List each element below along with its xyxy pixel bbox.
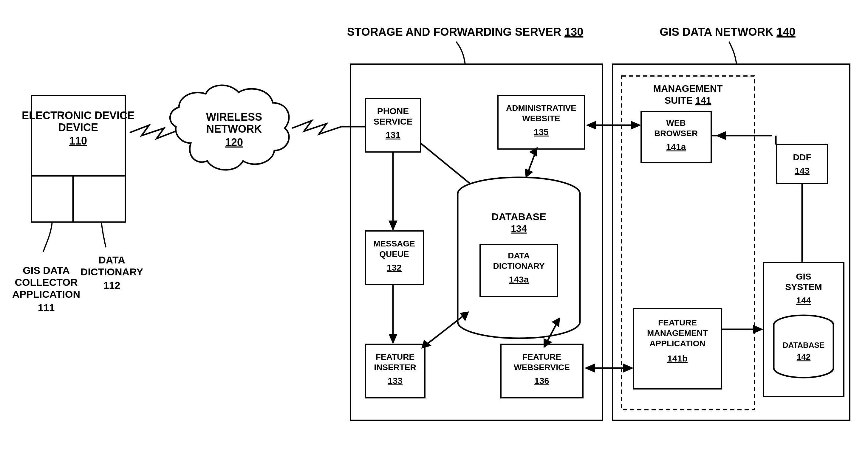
svg-text:QUEUE: QUEUE [379, 250, 409, 259]
svg-text:WEBSERVICE: WEBSERVICE [514, 363, 570, 372]
gis-system: GIS SYSTEM 144 DATABASE 142 [763, 262, 844, 396]
lightning-left [130, 125, 176, 138]
svg-text:ADMINISTRATIVE: ADMINISTRATIVE [506, 103, 577, 112]
phone-service: PHONE SERVICE 131 [365, 98, 421, 152]
svg-text:DICTIONARY: DICTIONARY [493, 261, 545, 270]
svg-text:BROWSER: BROWSER [654, 129, 698, 138]
feature-inserter: FEATURE INSERTER 133 [365, 344, 425, 398]
electronic-device: ELECTRONIC DEVICE DEVICE 110 [22, 95, 134, 222]
dict-ref: 112 [103, 280, 121, 291]
svg-text:INSERTER: INSERTER [374, 363, 416, 372]
svg-text:FEATURE: FEATURE [522, 352, 561, 361]
svg-text:142: 142 [797, 352, 811, 361]
svg-text:143: 143 [795, 166, 810, 175]
svg-text:DDF: DDF [793, 152, 811, 162]
svg-text:136: 136 [534, 376, 549, 386]
administrative-website: ADMINISTRATIVE WEBSITE 135 [498, 95, 584, 149]
storage-server: STORAGE AND FORWARDING SERVER 130 PHONE … [341, 26, 602, 420]
svg-text:141b: 141b [667, 353, 688, 363]
svg-text:SUITE 141: SUITE 141 [664, 95, 711, 106]
svg-text:MANAGEMENT: MANAGEMENT [647, 328, 708, 338]
server-title: STORAGE AND FORWARDING SERVER 130 [347, 26, 584, 38]
wireless-title-l1: WIRELESS [206, 111, 262, 123]
dict-title-l1: DATA [98, 254, 125, 265]
svg-text:FEATURE: FEATURE [658, 318, 697, 327]
svg-text:MESSAGE: MESSAGE [373, 239, 415, 248]
svg-text:SYSTEM: SYSTEM [785, 282, 822, 292]
svg-text:WEB: WEB [666, 118, 685, 128]
svg-text:135: 135 [534, 127, 549, 137]
ddf: DDF 143 [777, 144, 828, 183]
svg-text:WEBSITE: WEBSITE [522, 114, 560, 123]
gis-data-network: GIS DATA NETWORK 140 MANAGEMENT SUITE 14… [613, 26, 850, 420]
web-browser: WEB BROWSER 141a [641, 112, 711, 162]
feature-management-application: FEATURE MANAGEMENT APPLICATION 141b [633, 309, 722, 389]
app-title-l1: GIS DATA [23, 265, 69, 276]
svg-text:APPLICATION: APPLICATION [649, 339, 706, 348]
svg-text:134: 134 [511, 223, 527, 234]
svg-text:PHONE: PHONE [377, 106, 409, 116]
svg-text:DATA: DATA [508, 251, 530, 260]
svg-text:132: 132 [387, 262, 402, 272]
electronic-device-title: ELECTRONIC DEVICE [22, 109, 134, 122]
wireless-title-l2: NETWORK [206, 123, 262, 135]
svg-text:133: 133 [388, 376, 403, 386]
lightning-right [292, 121, 341, 134]
svg-text:141a: 141a [666, 142, 686, 152]
feature-webservice: FEATURE WEBSERVICE 136 [501, 344, 583, 398]
svg-text:DATABASE: DATABASE [783, 341, 825, 350]
dict-title-l2: DICTIONARY [81, 266, 144, 278]
wireless-ref: 120 [225, 136, 243, 149]
gisnet-title: GIS DATA NETWORK 140 [659, 26, 795, 38]
svg-text:143a: 143a [509, 275, 529, 284]
svg-text:MANAGEMENT: MANAGEMENT [653, 83, 723, 94]
app-ref: 111 [38, 302, 55, 313]
svg-text:DATABASE: DATABASE [491, 211, 546, 222]
svg-rect-59 [777, 144, 828, 183]
svg-text:131: 131 [385, 130, 400, 140]
svg-text:FEATURE: FEATURE [376, 352, 414, 361]
app-title-l3: APPLICATION [12, 288, 80, 300]
wireless-network-cloud: WIRELESS NETWORK 120 [170, 85, 289, 170]
app-title-l2: COLLECTOR [15, 277, 78, 288]
database-134: DATABASE 134 DATA DICTIONARY 143a [458, 177, 580, 338]
svg-text:SERVICE: SERVICE [373, 117, 412, 126]
svg-text:144: 144 [796, 295, 811, 305]
electronic-device-title2: DEVICE [58, 121, 98, 133]
electronic-device-ref: 110 [69, 135, 87, 147]
svg-text:GIS: GIS [796, 271, 811, 281]
message-queue: MESSAGE QUEUE 132 [365, 231, 424, 285]
